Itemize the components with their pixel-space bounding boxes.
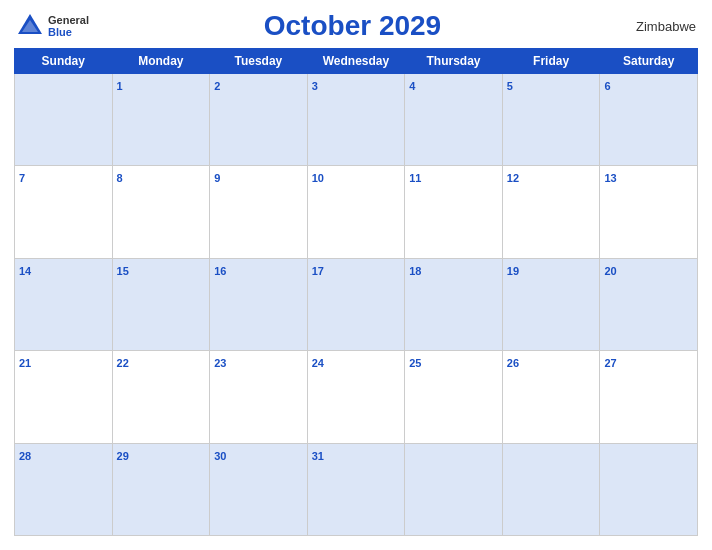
calendar-cell xyxy=(600,443,698,535)
calendar-cell: 16 xyxy=(210,258,308,350)
day-number: 31 xyxy=(312,450,324,462)
day-number: 15 xyxy=(117,265,129,277)
weekday-sunday: Sunday xyxy=(15,49,113,74)
day-number: 10 xyxy=(312,172,324,184)
calendar-cell: 3 xyxy=(307,74,405,166)
logo-icon xyxy=(16,12,44,40)
day-number: 14 xyxy=(19,265,31,277)
day-number: 21 xyxy=(19,357,31,369)
calendar-cell: 12 xyxy=(502,166,600,258)
weekday-wednesday: Wednesday xyxy=(307,49,405,74)
calendar-cell: 18 xyxy=(405,258,503,350)
calendar-cell: 15 xyxy=(112,258,210,350)
day-number: 9 xyxy=(214,172,220,184)
calendar-cell: 2 xyxy=(210,74,308,166)
weekday-friday: Friday xyxy=(502,49,600,74)
day-number: 25 xyxy=(409,357,421,369)
calendar-cell: 27 xyxy=(600,351,698,443)
day-number: 30 xyxy=(214,450,226,462)
country-label: Zimbabwe xyxy=(616,19,696,34)
calendar-cell: 4 xyxy=(405,74,503,166)
day-number: 18 xyxy=(409,265,421,277)
day-number: 19 xyxy=(507,265,519,277)
calendar-cell: 11 xyxy=(405,166,503,258)
calendar-week-row: 28293031 xyxy=(15,443,698,535)
calendar-cell: 8 xyxy=(112,166,210,258)
weekday-monday: Monday xyxy=(112,49,210,74)
calendar-cell: 13 xyxy=(600,166,698,258)
weekday-thursday: Thursday xyxy=(405,49,503,74)
calendar-cell: 10 xyxy=(307,166,405,258)
calendar-cell: 14 xyxy=(15,258,113,350)
logo-text: General Blue xyxy=(48,14,89,38)
logo: General Blue xyxy=(16,12,89,40)
calendar-cell: 6 xyxy=(600,74,698,166)
day-number: 11 xyxy=(409,172,421,184)
calendar-cell: 9 xyxy=(210,166,308,258)
weekday-header-row: SundayMondayTuesdayWednesdayThursdayFrid… xyxy=(15,49,698,74)
day-number: 7 xyxy=(19,172,25,184)
calendar-cell: 20 xyxy=(600,258,698,350)
calendar-header: General Blue October 2029 Zimbabwe xyxy=(14,10,698,42)
calendar-cell: 23 xyxy=(210,351,308,443)
calendar-week-row: 21222324252627 xyxy=(15,351,698,443)
calendar-cell: 29 xyxy=(112,443,210,535)
weekday-saturday: Saturday xyxy=(600,49,698,74)
day-number: 24 xyxy=(312,357,324,369)
calendar-cell: 5 xyxy=(502,74,600,166)
day-number: 17 xyxy=(312,265,324,277)
weekday-tuesday: Tuesday xyxy=(210,49,308,74)
calendar-cell: 30 xyxy=(210,443,308,535)
calendar-cell: 19 xyxy=(502,258,600,350)
day-number: 5 xyxy=(507,80,513,92)
calendar-cell: 17 xyxy=(307,258,405,350)
calendar-cell: 25 xyxy=(405,351,503,443)
day-number: 6 xyxy=(604,80,610,92)
day-number: 16 xyxy=(214,265,226,277)
day-number: 26 xyxy=(507,357,519,369)
calendar-cell: 1 xyxy=(112,74,210,166)
calendar-cell: 24 xyxy=(307,351,405,443)
calendar-cell: 28 xyxy=(15,443,113,535)
calendar-week-row: 123456 xyxy=(15,74,698,166)
day-number: 13 xyxy=(604,172,616,184)
logo-general-text: General xyxy=(48,14,89,26)
calendar-cell: 26 xyxy=(502,351,600,443)
calendar-week-row: 78910111213 xyxy=(15,166,698,258)
calendar-cell xyxy=(15,74,113,166)
day-number: 20 xyxy=(604,265,616,277)
day-number: 3 xyxy=(312,80,318,92)
calendar-cell: 31 xyxy=(307,443,405,535)
day-number: 23 xyxy=(214,357,226,369)
day-number: 29 xyxy=(117,450,129,462)
calendar-cell: 7 xyxy=(15,166,113,258)
calendar-cell: 21 xyxy=(15,351,113,443)
logo-blue-text: Blue xyxy=(48,26,89,38)
calendar-cell xyxy=(502,443,600,535)
day-number: 22 xyxy=(117,357,129,369)
calendar-cell: 22 xyxy=(112,351,210,443)
day-number: 28 xyxy=(19,450,31,462)
day-number: 1 xyxy=(117,80,123,92)
day-number: 2 xyxy=(214,80,220,92)
day-number: 12 xyxy=(507,172,519,184)
day-number: 4 xyxy=(409,80,415,92)
calendar-cell xyxy=(405,443,503,535)
calendar-table: SundayMondayTuesdayWednesdayThursdayFrid… xyxy=(14,48,698,536)
day-number: 27 xyxy=(604,357,616,369)
calendar-week-row: 14151617181920 xyxy=(15,258,698,350)
day-number: 8 xyxy=(117,172,123,184)
month-title: October 2029 xyxy=(89,10,616,42)
